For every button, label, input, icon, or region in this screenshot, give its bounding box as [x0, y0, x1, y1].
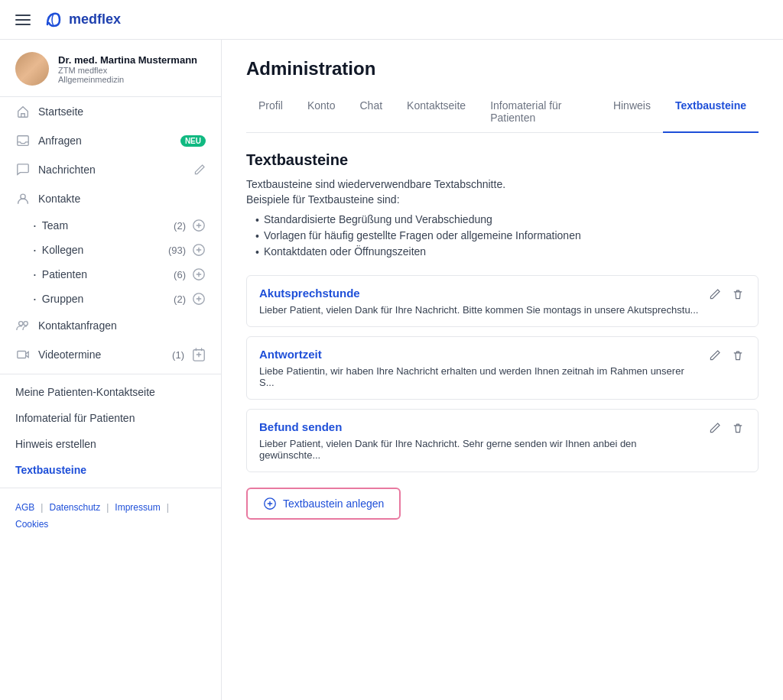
- tab-infomaterial[interactable]: Infomaterial für Patienten: [478, 92, 601, 133]
- example-item-3: Kontaktdaten oder Öffnungszeiten: [255, 244, 759, 260]
- section-desc-1: Textbausteine sind wiederverwendbare Tex…: [246, 178, 759, 190]
- edit-antwortzeit-button[interactable]: [707, 348, 723, 363]
- page-title: Administration: [246, 58, 759, 79]
- videotermine-count: (1): [172, 349, 184, 361]
- tab-konto[interactable]: Konto: [295, 92, 348, 133]
- example-item-1: Standardisierte Begrüßung und Verabschie…: [255, 212, 759, 228]
- add-videotermine-icon[interactable]: [192, 348, 206, 361]
- snippet-text-antwortzeit: Liebe Patientin, wir haben Ihre Nachrich…: [259, 365, 746, 388]
- section-desc-2: Beispiele für Textbausteine sind:: [246, 193, 759, 206]
- tab-chat[interactable]: Chat: [348, 92, 395, 133]
- snippet-actions-antwortzeit: [707, 348, 746, 363]
- logo-text: medflex: [69, 11, 121, 28]
- add-snippet-icon: [263, 497, 277, 510]
- tab-kontaktseite[interactable]: Kontaktseite: [395, 92, 478, 133]
- bullet-kollegen: •: [34, 247, 36, 254]
- sidebar-label-startseite: Startseite: [38, 105, 206, 118]
- add-kollegen-icon[interactable]: [192, 243, 206, 257]
- sidebar-divider-1: [0, 374, 221, 374]
- main-content: Administration Profil Konto Chat Kontakt…: [222, 40, 783, 700]
- footer-sep-3: |: [167, 502, 169, 513]
- videotermine-icon: [15, 347, 31, 362]
- logo-area: medflex: [43, 9, 121, 31]
- sidebar: Dr. med. Martina Mustermann ZTM medflex …: [0, 40, 222, 700]
- add-snippet-label: Textbaustein anlegen: [283, 497, 384, 510]
- inbox-icon: [15, 133, 31, 148]
- footer-sep-2: |: [106, 502, 109, 513]
- snippet-actions-befund-senden: [707, 420, 746, 436]
- sidebar-link-textbausteine[interactable]: Textbausteine: [0, 457, 221, 483]
- footer-link-agb[interactable]: AGB: [15, 502, 34, 513]
- sidebar-item-gruppen[interactable]: • Gruppen (2): [0, 287, 221, 311]
- user-sub1: ZTM medflex: [58, 66, 197, 75]
- admin-tabs: Profil Konto Chat Kontaktseite Infomater…: [246, 92, 759, 133]
- subnav-label-gruppen: Gruppen: [42, 293, 167, 305]
- snippet-text-befund-senden: Lieber Patient, vielen Dank für Ihre Nac…: [259, 438, 746, 461]
- user-sub2: Allgemeinmedizin: [58, 75, 197, 84]
- snippet-title-akutsprechstunde: Akutsprechstunde: [259, 287, 746, 300]
- svg-rect-8: [18, 352, 26, 358]
- anfragen-badge: NEU: [180, 135, 206, 147]
- kontaktanfragen-icon: [15, 318, 31, 333]
- sidebar-item-anfragen[interactable]: Anfragen NEU: [0, 126, 221, 155]
- user-name: Dr. med. Martina Mustermann: [58, 54, 197, 66]
- subnav-label-team: Team: [42, 219, 167, 232]
- add-patienten-icon[interactable]: [192, 267, 206, 281]
- footer-sep-1: |: [41, 502, 43, 513]
- add-snippet-button[interactable]: Textbaustein anlegen: [246, 488, 401, 520]
- add-gruppen-icon[interactable]: [192, 292, 206, 306]
- sidebar-item-team[interactable]: • Team (2): [0, 213, 221, 238]
- snippet-card-antwortzeit: Antwortzeit Liebe Patientin, wir haben I…: [246, 336, 759, 400]
- sidebar-label-videotermine: Videotermine: [38, 348, 164, 361]
- main-layout: Dr. med. Martina Mustermann ZTM medflex …: [0, 40, 783, 700]
- subnav-count-team: (2): [174, 220, 186, 232]
- snippet-title-befund-senden: Befund senden: [259, 420, 746, 433]
- example-item-2: Vorlagen für häufig gestellte Fragen ode…: [255, 228, 759, 244]
- sidebar-item-kontaktanfragen[interactable]: Kontaktanfragen: [0, 311, 221, 340]
- chat-icon: [15, 162, 31, 177]
- sidebar-item-kontakte[interactable]: Kontakte: [0, 184, 221, 213]
- sidebar-item-nachrichten[interactable]: Nachrichten: [0, 155, 221, 184]
- avatar: [15, 52, 49, 86]
- footer-link-cookies[interactable]: Cookies: [15, 519, 48, 530]
- subnav-label-kollegen: Kollegen: [42, 244, 162, 256]
- subnav-label-patienten: Patienten: [42, 268, 167, 280]
- snippet-card-akutsprechstunde: Akutsprechstunde Lieber Patient, vielen …: [246, 275, 759, 327]
- sidebar-link-infomaterial[interactable]: Infomaterial für Patienten: [0, 405, 221, 431]
- sidebar-label-kontakte: Kontakte: [38, 193, 206, 205]
- tab-profil[interactable]: Profil: [246, 92, 295, 133]
- subnav-count-kollegen: (93): [168, 245, 186, 256]
- sidebar-item-videotermine[interactable]: Videotermine (1): [0, 340, 221, 369]
- footer-link-impressum[interactable]: Impressum: [115, 502, 160, 513]
- sidebar-link-patienten-kontaktseite[interactable]: Meine Patienten-Kontaktseite: [0, 379, 221, 405]
- sidebar-link-hinweis[interactable]: Hinweis erstellen: [0, 431, 221, 457]
- delete-akutsprechstunde-button[interactable]: [730, 287, 746, 302]
- snippet-text-akutsprechstunde: Lieber Patient, vielen Dank für Ihre Nac…: [259, 304, 746, 316]
- footer-link-datenschutz[interactable]: Datenschutz: [49, 502, 100, 513]
- edit-befund-senden-button[interactable]: [707, 420, 723, 436]
- add-team-icon[interactable]: [192, 219, 206, 232]
- examples-list: Standardisierte Begrüßung und Verabschie…: [255, 212, 759, 260]
- home-icon: [15, 104, 31, 119]
- bullet-team: •: [34, 222, 36, 229]
- nachrichten-edit-icon[interactable]: [193, 164, 206, 176]
- tab-hinweis[interactable]: Hinweis: [601, 92, 663, 133]
- sidebar-item-kollegen[interactable]: • Kollegen (93): [0, 238, 221, 262]
- user-profile: Dr. med. Martina Mustermann ZTM medflex …: [0, 40, 221, 97]
- sidebar-item-patienten[interactable]: • Patienten (6): [0, 262, 221, 287]
- snippet-actions-akutsprechstunde: [707, 287, 746, 302]
- footer-links: AGB | Datenschutz | Impressum | Cookies: [0, 493, 221, 539]
- delete-befund-senden-button[interactable]: [730, 420, 746, 436]
- tab-textbausteine[interactable]: Textbausteine: [663, 92, 759, 133]
- edit-akutsprechstunde-button[interactable]: [707, 287, 723, 302]
- sidebar-item-startseite[interactable]: Startseite: [0, 97, 221, 126]
- hamburger-menu[interactable]: [15, 15, 31, 25]
- svg-point-6: [19, 322, 23, 326]
- bullet-patienten: •: [34, 271, 36, 278]
- user-info: Dr. med. Martina Mustermann ZTM medflex …: [58, 54, 197, 84]
- svg-point-7: [24, 322, 28, 326]
- sidebar-divider-2: [0, 488, 221, 488]
- contacts-icon: [15, 191, 31, 206]
- bullet-gruppen: •: [34, 296, 36, 303]
- delete-antwortzeit-button[interactable]: [730, 348, 746, 363]
